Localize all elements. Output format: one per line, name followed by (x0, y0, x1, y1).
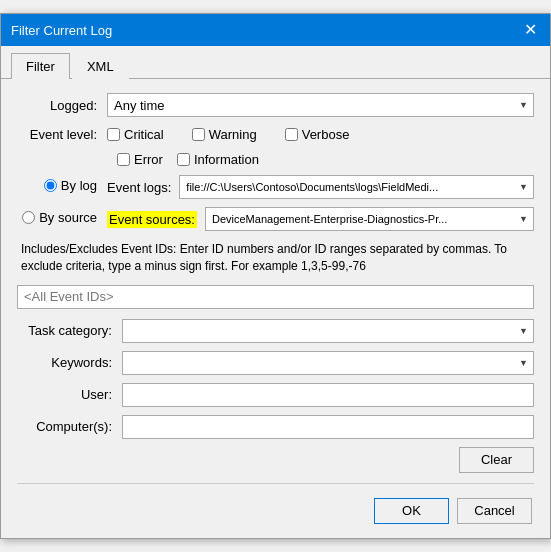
error-label: Error (134, 152, 163, 167)
event-logs-label: Event logs: (107, 180, 171, 195)
event-sources-select[interactable]: DeviceManagement-Enterprise-Diagnostics-… (205, 207, 534, 231)
event-level-row: Event level: Critical Warning Verbose (17, 127, 534, 142)
logged-select-wrapper: Any time (107, 93, 534, 117)
verbose-label: Verbose (302, 127, 350, 142)
warning-checkbox[interactable] (192, 128, 205, 141)
checkbox-warning: Warning (192, 127, 257, 142)
logged-label: Logged: (17, 98, 107, 113)
warning-label: Warning (209, 127, 257, 142)
computer-label: Computer(s): (17, 419, 122, 434)
event-ids-input[interactable] (17, 285, 534, 309)
radio-by-source[interactable]: By source (17, 210, 97, 225)
radio-by-log[interactable]: By log (17, 178, 97, 193)
buttons-row: OK Cancel (17, 498, 534, 524)
dialog-content: Logged: Any time Event level: Critical W… (1, 79, 550, 538)
task-category-select[interactable] (122, 319, 534, 343)
by-log-radio[interactable] (44, 179, 57, 192)
title-text: Filter Current Log (11, 23, 112, 38)
by-source-label: By source (39, 210, 97, 225)
checkbox-critical: Critical (107, 127, 164, 142)
keywords-label: Keywords: (17, 355, 122, 370)
computer-row: Computer(s): <All Computers> (17, 415, 534, 439)
information-label: Information (194, 152, 259, 167)
checkbox-error: Error (117, 152, 163, 167)
close-button[interactable]: ✕ (520, 20, 540, 40)
ok-button[interactable]: OK (374, 498, 449, 524)
event-level-label: Event level: (17, 127, 107, 142)
logged-select[interactable]: Any time (107, 93, 534, 117)
description-text: Includes/Excludes Event IDs: Enter ID nu… (17, 241, 534, 275)
user-row: User: <All Users> (17, 383, 534, 407)
checkboxes-row2: Error Information (107, 152, 534, 167)
critical-label: Critical (124, 127, 164, 142)
event-logs-select[interactable]: file://C:\Users\Contoso\Documents\logs\F… (179, 175, 534, 199)
cancel-button[interactable]: Cancel (457, 498, 532, 524)
checkbox-verbose: Verbose (285, 127, 350, 142)
user-label: User: (17, 387, 122, 402)
error-checkbox[interactable] (117, 153, 130, 166)
keywords-row: Keywords: (17, 351, 534, 375)
tab-filter[interactable]: Filter (11, 53, 70, 79)
logged-row: Logged: Any time (17, 93, 534, 117)
title-bar: Filter Current Log ✕ (1, 14, 550, 46)
task-category-label: Task category: (17, 323, 122, 338)
task-category-select-wrapper (122, 319, 534, 343)
event-sources-select-wrapper: DeviceManagement-Enterprise-Diagnostics-… (205, 207, 534, 231)
event-sources-label-text: Event sources: (107, 211, 197, 228)
computer-input[interactable]: <All Computers> (122, 415, 534, 439)
by-log-label: By log (61, 178, 97, 193)
keywords-select[interactable] (122, 351, 534, 375)
task-category-row: Task category: (17, 319, 534, 343)
tabs-bar: Filter XML (1, 46, 550, 79)
user-input[interactable]: <All Users> (122, 383, 534, 407)
clear-row: Clear (17, 447, 534, 473)
critical-checkbox[interactable] (107, 128, 120, 141)
verbose-checkbox[interactable] (285, 128, 298, 141)
tab-xml[interactable]: XML (72, 53, 129, 79)
keywords-select-wrapper (122, 351, 534, 375)
information-checkbox[interactable] (177, 153, 190, 166)
by-source-radio[interactable] (22, 211, 35, 224)
all-event-ids-row (17, 285, 534, 309)
dialog: Filter Current Log ✕ Filter XML Logged: … (0, 13, 551, 539)
event-logs-select-wrapper: file://C:\Users\Contoso\Documents\logs\F… (179, 175, 534, 199)
checkbox-information: Information (177, 152, 259, 167)
clear-button[interactable]: Clear (459, 447, 534, 473)
